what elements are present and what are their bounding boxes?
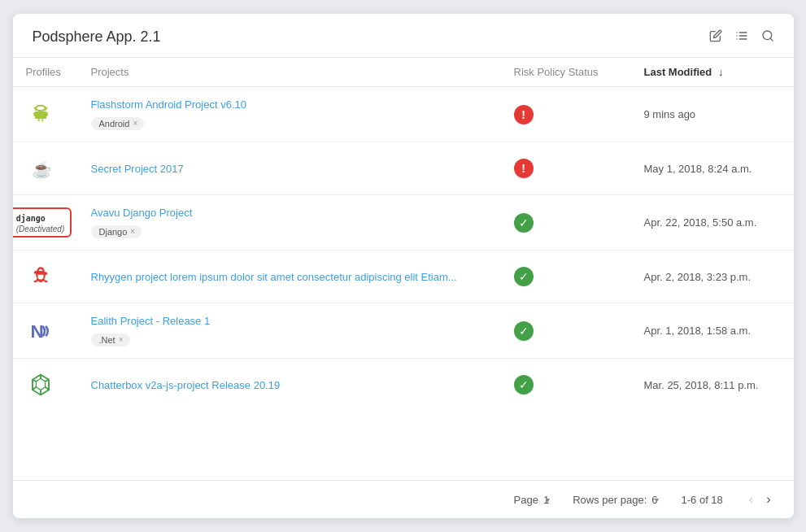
rows-dropdown-icon[interactable]: ▾ [655, 495, 659, 504]
profile-icon-node [26, 370, 55, 399]
header-actions [709, 29, 774, 46]
profile-cell: django (Deactivated) [13, 195, 78, 251]
rows-per-page-section: Rows per page: 6 ▾ [573, 494, 658, 506]
risk-cell: ✓ [501, 303, 631, 359]
project-link[interactable]: Secret Project 2017 [91, 163, 184, 175]
table-wrapper: Profiles Projects Risk Policy Status Las… [13, 58, 794, 480]
svg-rect-17 [41, 119, 43, 121]
col-last-modified[interactable]: Last Modified ↓ [631, 58, 794, 87]
svg-text:☕: ☕ [31, 159, 51, 179]
table-row: Flashstorm Android Project v6.10Android×… [13, 87, 794, 142]
risk-cell: ! [501, 142, 631, 195]
risk-cell: ✓ [501, 359, 631, 412]
profile-cell [13, 87, 78, 142]
rows-per-page-label: Rows per page: [573, 494, 647, 506]
app-header: Podsphere App. 2.1 [13, 14, 794, 58]
range-label: 1-6 of 18 [682, 494, 723, 506]
table-row: N Ealith Project - Release 1.Net×✓Apr. 1… [13, 303, 794, 359]
risk-cell: ✓ [501, 195, 631, 251]
profile-icon-net: N [26, 316, 55, 346]
table-row: Rhyygen project lorem ipsum dolor sit am… [13, 251, 794, 303]
project-cell: Chatterbox v2a-js-project Release 20.19 [78, 359, 501, 412]
tag: .Net× [91, 334, 130, 347]
table-header-row: Profiles Projects Risk Policy Status Las… [13, 58, 794, 87]
project-cell: Rhyygen project lorem ipsum dolor sit am… [78, 251, 501, 303]
profile-cell [13, 359, 78, 412]
projects-table: Profiles Projects Risk Policy Status Las… [13, 58, 794, 411]
profile-icon-bug [26, 262, 55, 291]
svg-rect-8 [35, 111, 46, 118]
profile-cell: N [13, 303, 78, 359]
risk-ok-icon: ✓ [514, 375, 534, 395]
table-row: django (Deactivated) Avavu Django Projec… [13, 195, 794, 251]
project-link[interactable]: Ealith Project - Release 1 [91, 315, 211, 327]
prev-page-button[interactable]: ‹ [746, 491, 756, 508]
app-container: Podsphere App. 2.1 [13, 14, 794, 518]
table-row: Chatterbox v2a-js-project Release 20.19✓… [13, 359, 794, 412]
pagination-arrows: ‹ › [746, 491, 774, 508]
modified-cell: Mar. 25, 2018, 8:11 p.m. [631, 359, 794, 412]
modified-cell: Apr. 1, 2018, 1:58 a.m. [631, 303, 794, 359]
svg-point-13 [42, 107, 43, 108]
risk-ok-icon: ✓ [514, 213, 534, 233]
tag-remove-button[interactable]: × [130, 228, 135, 236]
range-section: 1-6 of 18 [682, 494, 723, 506]
risk-ok-icon: ✓ [514, 321, 534, 341]
svg-rect-16 [37, 119, 39, 121]
page-section: Page 1 ▾ [514, 494, 551, 506]
svg-point-12 [37, 107, 38, 108]
tag-remove-button[interactable]: × [133, 120, 137, 128]
modified-cell: Apr. 2, 2018, 3:23 p.m. [631, 251, 794, 303]
page-label: Page [514, 494, 538, 506]
svg-text:N: N [30, 321, 43, 341]
risk-error-icon: ! [514, 105, 534, 124]
profile-cell: ☕ [13, 142, 78, 195]
tag-remove-button[interactable]: × [119, 336, 124, 344]
modified-cell: Apr. 22, 2018, 5:50 a.m. [631, 195, 794, 251]
svg-line-7 [770, 38, 773, 41]
filter-icon[interactable] [735, 29, 748, 46]
project-link[interactable]: Rhyygen project lorem ipsum dolor sit am… [91, 271, 457, 283]
tag: Django× [91, 225, 142, 238]
profile-icon-java: ☕ [26, 154, 55, 183]
col-projects: Projects [78, 58, 501, 87]
modified-cell: May 1, 2018, 8:24 a.m. [631, 142, 794, 195]
project-link[interactable]: Avavu Django Project [91, 207, 193, 219]
svg-rect-15 [46, 111, 47, 116]
risk-ok-icon: ✓ [514, 267, 534, 286]
risk-cell: ! [501, 87, 631, 142]
project-cell: Avavu Django ProjectDjango× [78, 195, 501, 251]
svg-marker-21 [36, 379, 45, 390]
project-cell: Flashstorm Android Project v6.10Android× [78, 87, 501, 142]
profile-icon-android [26, 100, 55, 129]
risk-error-icon: ! [514, 159, 534, 178]
sort-arrow-icon: ↓ [718, 66, 724, 78]
svg-point-9 [36, 105, 45, 110]
col-profiles: Profiles [13, 58, 78, 87]
project-link[interactable]: Chatterbox v2a-js-project Release 20.19 [91, 379, 281, 391]
profile-icon-django: django (Deactivated) [26, 208, 55, 238]
edit-icon[interactable] [709, 29, 722, 46]
table-footer: Page 1 ▾ Rows per page: 6 ▾ 1-6 of 18 ‹ … [13, 480, 794, 518]
tag: Android× [91, 117, 145, 130]
next-page-button[interactable]: › [763, 491, 773, 508]
table-row: ☕ Secret Project 2017!May 1, 2018, 8:24 … [13, 142, 794, 195]
page-dropdown-icon[interactable]: ▾ [546, 495, 550, 504]
profile-cell [13, 251, 78, 303]
modified-cell: 9 mins ago [631, 87, 794, 142]
col-risk: Risk Policy Status [501, 58, 631, 87]
project-link[interactable]: Flashstorm Android Project v6.10 [91, 98, 246, 111]
svg-rect-14 [33, 111, 35, 116]
risk-cell: ✓ [501, 251, 631, 303]
project-cell: Secret Project 2017 [78, 142, 501, 195]
project-cell: Ealith Project - Release 1.Net× [78, 303, 501, 359]
app-title: Podsphere App. 2.1 [33, 28, 161, 46]
search-icon[interactable] [761, 29, 774, 46]
